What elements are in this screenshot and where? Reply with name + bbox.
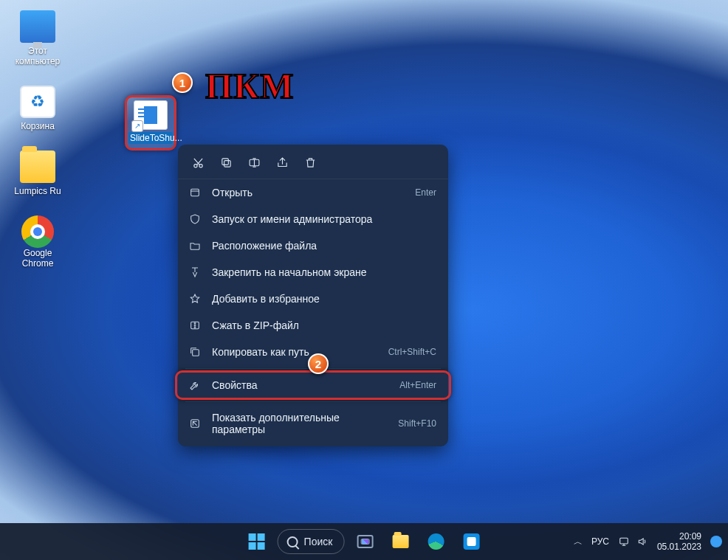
store-icon	[463, 533, 479, 550]
search-icon	[287, 536, 298, 547]
expand-icon	[188, 417, 202, 430]
copy-button[interactable]	[213, 151, 238, 174]
monitor-icon	[20, 10, 55, 43]
menu-item-file-location[interactable]: Расположение файла	[178, 232, 448, 259]
menu-item-compress-zip[interactable]: Сжать в ZIP-файл	[178, 312, 448, 339]
shield-icon	[188, 212, 202, 226]
desktop-icons: Этот компьютер ♻ Корзина Lumpics Ru Goog…	[10, 10, 65, 269]
desktop-icon-label: Google Chrome	[10, 248, 65, 269]
wrench-icon	[188, 378, 202, 392]
menu-item-run-as-admin[interactable]: Запуск от имени администратора	[178, 206, 448, 232]
desktop-icon-chrome[interactable]: Google Chrome	[10, 215, 65, 269]
menu-item-shortcut: Shift+F10	[398, 418, 436, 429]
selected-shortcut[interactable]: ↗ SlideToShu...	[125, 95, 176, 151]
svg-rect-3	[222, 158, 228, 165]
menu-item-label: Копировать как путь	[212, 346, 378, 358]
annotation-text-rmb: ПКМ	[205, 66, 294, 106]
svg-point-1	[199, 164, 202, 167]
start-button[interactable]	[242, 527, 272, 556]
clock-date: 05.01.2023	[657, 542, 701, 552]
svg-rect-9	[620, 538, 628, 544]
context-menu: Открыть Enter Запуск от имени администра…	[178, 145, 448, 446]
taskbar-microsoft-store[interactable]	[456, 527, 486, 556]
desktop[interactable]: Этот компьютер ♻ Корзина Lumpics Ru Goog…	[0, 0, 728, 560]
folder-icon	[20, 151, 55, 183]
volume-icon	[636, 536, 648, 547]
taskbar-search-label: Поиск	[304, 536, 333, 547]
tray-overflow-button[interactable]: ︿	[574, 536, 583, 548]
menu-item-label: Свойства	[212, 379, 389, 391]
menu-item-show-more-options[interactable]: Показать дополнительные параметры Shift+…	[178, 405, 448, 442]
clock-time: 20:09	[657, 531, 701, 542]
menu-item-shortcut: Alt+Enter	[399, 380, 436, 390]
star-icon	[188, 292, 202, 305]
taskbar-tray: ︿ РУС 20:09 05.01.2023	[574, 531, 722, 552]
taskbar-file-explorer[interactable]	[385, 527, 415, 556]
menu-item-label: Запуск от имени администратора	[212, 213, 436, 225]
shortcut-icon: ↗	[134, 100, 168, 130]
menu-item-shortcut: Enter	[415, 187, 436, 198]
pin-icon	[188, 266, 202, 279]
menu-item-label: Показать дополнительные параметры	[212, 412, 388, 435]
menu-item-label: Закрепить на начальном экране	[212, 266, 436, 278]
cut-button[interactable]	[185, 151, 210, 174]
folder-icon	[188, 239, 202, 252]
tray-clock[interactable]: 20:09 05.01.2023	[657, 531, 701, 552]
context-menu-toolbar	[178, 145, 448, 179]
menu-item-label: Сжать в ZIP-файл	[212, 319, 436, 331]
menu-item-label: Расположение файла	[212, 240, 436, 252]
menu-item-open[interactable]: Открыть Enter	[178, 179, 448, 206]
menu-item-label: Добавить в избранное	[212, 293, 436, 305]
task-view-button[interactable]	[350, 527, 380, 556]
tray-system-icons[interactable]	[618, 536, 648, 547]
desktop-icon-label: Этот компьютер	[10, 46, 65, 66]
desktop-icon-label: Lumpics Ru	[10, 186, 65, 196]
delete-button[interactable]	[298, 151, 323, 174]
task-view-icon	[357, 535, 373, 548]
rename-button[interactable]	[241, 151, 267, 174]
recycle-bin-icon: ♻	[20, 86, 55, 118]
chrome-icon	[21, 215, 54, 248]
menu-item-add-favorite[interactable]: Добавить в избранное	[178, 286, 448, 312]
tray-notifications[interactable]	[710, 536, 722, 547]
annotation-marker-2: 2	[308, 353, 329, 374]
share-button[interactable]	[269, 151, 295, 174]
menu-item-shortcut: Ctrl+Shift+C	[388, 347, 436, 357]
taskbar-center: Поиск	[242, 527, 487, 556]
desktop-icon-recycle-bin[interactable]: ♻ Корзина	[10, 86, 65, 131]
taskbar: Поиск ︿ РУС 20:09 05.01.2023	[0, 523, 728, 560]
copy-path-icon	[188, 345, 202, 359]
tray-language[interactable]: РУС	[591, 536, 609, 547]
svg-point-0	[193, 164, 196, 167]
taskbar-edge[interactable]	[421, 527, 450, 556]
svg-rect-7	[193, 350, 199, 356]
open-icon	[188, 186, 202, 199]
windows-logo-icon	[249, 533, 265, 550]
shortcut-arrow-overlay: ↗	[131, 120, 143, 132]
taskbar-search[interactable]: Поиск	[278, 529, 345, 554]
menu-item-label: Открыть	[212, 187, 405, 198]
annotation-marker-1: 1	[172, 72, 193, 93]
svg-rect-2	[224, 160, 230, 167]
desktop-icon-label: Корзина	[10, 121, 65, 131]
desktop-icon-folder-lumpics[interactable]: Lumpics Ru	[10, 151, 65, 196]
menu-item-properties[interactable]: Свойства Alt+Enter	[178, 372, 448, 398]
context-separator	[185, 401, 441, 402]
edge-icon	[427, 533, 444, 550]
folder-icon	[392, 535, 408, 548]
shortcut-label: SlideToShu...	[128, 132, 173, 144]
network-icon	[618, 536, 630, 547]
svg-rect-5	[191, 189, 199, 196]
menu-item-pin-to-start[interactable]: Закрепить на начальном экране	[178, 259, 448, 286]
zip-icon	[188, 319, 202, 332]
desktop-icon-this-pc[interactable]: Этот компьютер	[10, 10, 65, 66]
